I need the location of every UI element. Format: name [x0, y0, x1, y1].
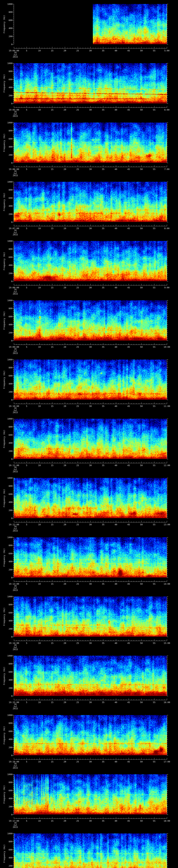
x-tick-label: 45 — [127, 405, 130, 407]
x-tick-label: 15 — [51, 49, 53, 52]
x-tick-label: 10 — [38, 642, 41, 644]
y-tick-label: 0 — [0, 517, 12, 520]
x-tick-label: 35 — [102, 168, 105, 170]
x-tick-label: 20 — [64, 464, 66, 467]
y-tick-label: 1000 — [0, 299, 12, 302]
y-tick-label: 200 — [0, 213, 12, 215]
x-tick-label: 55 — [153, 405, 155, 407]
x-tick-label: 5 — [26, 168, 27, 170]
y-axis-title: Frequency (Hz) — [3, 608, 5, 626]
y-tick-label: 1000 — [0, 773, 12, 776]
x-tick-label: 15 — [51, 346, 53, 348]
y-tick-label: 800 — [0, 485, 12, 487]
x-tick-label: 55 — [153, 108, 155, 111]
x-tick-label: 5 — [26, 583, 27, 585]
y-tick-label: 800 — [0, 189, 12, 191]
x-tick-label: 10 — [38, 49, 41, 52]
x-tick-label: 45 — [127, 168, 130, 170]
date-label: 16 Jul 2015 — [13, 407, 18, 414]
y-tick-label: 600 — [0, 196, 12, 199]
x-end-time-label: 15:00 — [164, 642, 170, 644]
x-tick-label: 30 — [89, 49, 92, 52]
x-tick-label: 40 — [115, 346, 117, 348]
y-tick-label: 0 — [0, 458, 12, 460]
x-end-time-label: 7:00 — [164, 168, 170, 170]
y-axis-title: Frequency (Hz) — [3, 726, 5, 744]
y-tick-label: 200 — [0, 272, 12, 275]
x-tick-label: 25 — [76, 227, 79, 230]
x-tick-label: 15 — [51, 168, 53, 170]
x-tick-label: 10 — [38, 819, 41, 822]
y-axis-title: Frequency (Hz) — [3, 785, 5, 803]
x-tick-label: 20 — [64, 49, 66, 52]
x-tick-label: 25 — [76, 523, 79, 526]
date-year: 2015 — [13, 471, 18, 473]
spectrogram-page: { "chart_data": { "type": "heatmap", "su… — [0, 0, 178, 868]
y-tick-label: 400 — [0, 27, 12, 30]
x-tick-label: 35 — [102, 464, 105, 467]
x-tick-label: 20 — [64, 761, 66, 763]
x-tick-label: 5 — [26, 405, 27, 407]
x-tick-label: 40 — [115, 168, 117, 170]
x-tick-label: 40 — [115, 464, 117, 467]
y-tick-label: 200 — [0, 864, 12, 867]
x-tick-label: 45 — [127, 701, 130, 704]
y-tick-label: 600 — [0, 19, 12, 21]
x-tick-label: 30 — [89, 346, 92, 348]
y-tick-label: 600 — [0, 78, 12, 81]
y-tick-label: 200 — [0, 35, 12, 37]
x-end-time-label: 18:00 — [164, 819, 170, 822]
date-label: 16 Jul 2015 — [13, 348, 18, 354]
y-tick-label: 0 — [0, 162, 12, 164]
x-tick-label: 10 — [38, 761, 41, 763]
x-tick-label: 50 — [140, 701, 143, 704]
x-tick-label: 25 — [76, 642, 79, 644]
spectrogram-panel: Frequency (Hz) 02004006008001000 5101520… — [0, 533, 178, 592]
y-axis-title: Frequency (Hz) — [3, 844, 5, 863]
y-tick-label: 800 — [0, 426, 12, 428]
x-tick-label: 45 — [127, 761, 130, 763]
y-tick-label: 1000 — [0, 358, 12, 361]
date-label: 16 Jul 2015 — [13, 288, 18, 295]
x-tick-label: 35 — [102, 819, 105, 822]
x-tick-label: 25 — [76, 701, 79, 704]
date-label: 16 Jul 2015 — [13, 585, 18, 591]
x-tick-label: 50 — [140, 49, 143, 52]
y-axis-title: Frequency (Hz) — [3, 370, 5, 389]
date-label: 16 Jul 2015 — [13, 52, 18, 58]
x-tick-label: 25 — [76, 464, 79, 467]
x-tick-label: 50 — [140, 642, 143, 644]
y-tick-label: 1000 — [0, 121, 12, 124]
date-label: 16 Jul 2015 — [13, 526, 18, 532]
x-tick-label: 30 — [89, 761, 92, 763]
y-tick-label: 600 — [0, 256, 12, 258]
x-tick-label: 50 — [140, 464, 143, 467]
date-year: 2015 — [13, 234, 18, 236]
spectrogram-panel: Frequency (Hz) 02004006008001000 5101520… — [0, 178, 178, 237]
x-tick-label: 30 — [89, 464, 92, 467]
x-tick-label: 20 — [64, 405, 66, 407]
x-tick-label: 5 — [26, 642, 27, 644]
x-tick-label: 15 — [51, 286, 53, 289]
x-tick-label: 55 — [153, 168, 155, 170]
y-tick-label: 800 — [0, 366, 12, 369]
y-tick-label: 1000 — [0, 477, 12, 479]
x-tick-label: 45 — [127, 49, 130, 52]
y-tick-label: 200 — [0, 746, 12, 749]
y-tick-label: 200 — [0, 568, 12, 571]
x-tick-label: 40 — [115, 405, 117, 407]
x-tick-label: 15 — [51, 701, 53, 704]
x-tick-label: 15 — [51, 583, 53, 585]
x-tick-label: 10 — [38, 701, 41, 704]
y-tick-label: 0 — [0, 43, 12, 45]
y-tick-label: 1000 — [0, 536, 12, 539]
y-axis-title: Frequency (Hz) — [3, 15, 5, 33]
x-tick-label: 30 — [89, 108, 92, 111]
spectrogram-panel: Frequency (Hz) 02004006008001000 5101520… — [0, 296, 178, 355]
x-tick-label: 20 — [64, 168, 66, 170]
x-end-time-label: 9:00 — [164, 286, 170, 289]
x-tick-label: 55 — [153, 464, 155, 467]
y-tick-label: 0 — [0, 813, 12, 816]
x-tick-label: 35 — [102, 701, 105, 704]
y-tick-label: 400 — [0, 86, 12, 89]
